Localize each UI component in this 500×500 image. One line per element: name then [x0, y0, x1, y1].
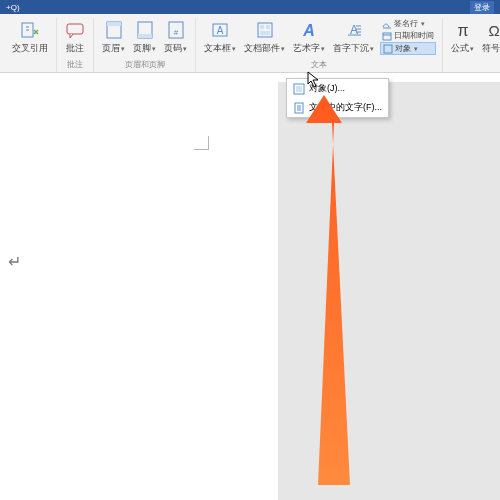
group-label-symbols: [491, 59, 493, 68]
comment-button[interactable]: 批注: [63, 18, 87, 57]
svg-rect-13: [260, 31, 270, 35]
svg-text:#: #: [173, 28, 178, 37]
paragraph-mark-icon: ↵: [8, 252, 21, 271]
login-button[interactable]: 登录: [470, 1, 494, 14]
quick-parts-button[interactable]: 文档部件▾: [242, 18, 287, 57]
object-dropdown-menu: 对象(J)... 文件中的文字(F)...: [286, 78, 389, 118]
title-bar: +Q) 登录: [0, 0, 500, 14]
svg-rect-1: [67, 24, 83, 34]
svg-rect-11: [260, 25, 264, 29]
text-box-button[interactable]: A 文本框▾: [202, 18, 238, 57]
cross-reference-button[interactable]: 交叉引用: [10, 18, 50, 57]
canvas-background: [278, 82, 500, 500]
page-number-icon: #: [166, 20, 186, 40]
svg-rect-16: [383, 33, 391, 40]
drop-cap-button[interactable]: A 首字下沉▾: [331, 18, 376, 57]
object-button[interactable]: 对象▾: [380, 42, 436, 55]
equation-icon: π: [453, 20, 473, 40]
object-icon: [383, 44, 393, 54]
date-time-icon: [382, 31, 392, 41]
file-text-menu-icon: [293, 102, 305, 114]
svg-rect-18: [386, 47, 390, 51]
group-label-header-footer: 页眉和页脚: [125, 59, 165, 70]
title-hint: +Q): [6, 3, 20, 12]
equation-button[interactable]: π 公式▾: [449, 18, 476, 57]
symbol-button[interactable]: Ω 符号▾: [480, 18, 500, 57]
svg-text:π: π: [457, 22, 468, 39]
svg-rect-3: [107, 22, 121, 26]
word-art-button[interactable]: A 艺术字▾: [291, 18, 327, 57]
svg-rect-5: [138, 34, 152, 38]
svg-text:A: A: [217, 25, 224, 36]
text-box-icon: A: [210, 20, 230, 40]
menu-item-text-from-file[interactable]: 文件中的文字(F)...: [287, 98, 388, 117]
svg-text:A: A: [302, 22, 315, 39]
footer-icon: [135, 20, 155, 40]
word-art-icon: A: [299, 20, 319, 40]
svg-rect-28: [296, 86, 302, 92]
signature-icon: [382, 19, 392, 29]
document-area[interactable]: ↵: [0, 82, 278, 500]
group-label-comments: 批注: [67, 59, 83, 70]
svg-text:Ω: Ω: [488, 22, 499, 39]
object-menu-icon: [293, 83, 305, 95]
header-button[interactable]: 页眉▾: [100, 18, 127, 57]
workspace: ↵: [0, 82, 500, 500]
drop-cap-icon: A: [344, 20, 364, 40]
page-number-button[interactable]: # 页码▾: [162, 18, 189, 57]
signature-line-button[interactable]: 签名行▾: [380, 18, 436, 29]
page-corner-mark: [194, 132, 212, 150]
comment-icon: [65, 20, 85, 40]
cross-reference-icon: [20, 20, 40, 40]
group-label-text: 文本: [311, 59, 327, 70]
menu-item-object[interactable]: 对象(J)...: [287, 79, 388, 98]
footer-button[interactable]: 页脚▾: [131, 18, 158, 57]
quick-parts-icon: [255, 20, 275, 40]
date-time-button[interactable]: 日期和时间: [380, 30, 436, 41]
svg-rect-12: [266, 25, 270, 29]
ribbon: 交叉引用 批注 批注 页眉▾: [0, 14, 500, 73]
symbol-icon: Ω: [484, 20, 501, 40]
group-label-comments-area: [29, 59, 31, 68]
header-icon: [104, 20, 124, 40]
